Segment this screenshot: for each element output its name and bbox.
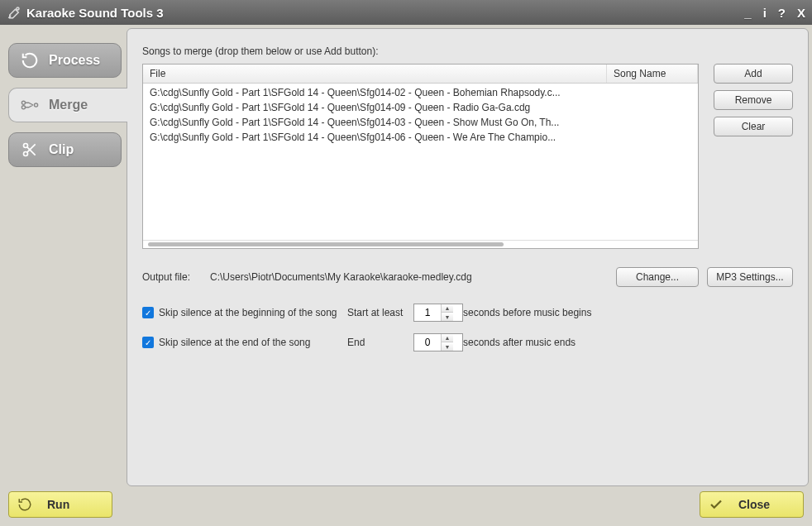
table-row[interactable]: G:\cdg\Sunfly Gold - Part 1\SFGold 14 - …	[143, 100, 698, 115]
table-row[interactable]: G:\cdg\Sunfly Gold - Part 1\SFGold 14 - …	[143, 130, 698, 145]
tab-clip[interactable]: Clip	[8, 132, 122, 167]
svg-point-3	[35, 103, 38, 107]
clear-button[interactable]: Clear	[714, 117, 793, 136]
skip-end-label: Skip silence at the end of the song	[159, 337, 310, 348]
tab-process[interactable]: Process	[8, 43, 122, 78]
titlebar: Karaoke Sound Tools 3 _ i ? X	[0, 0, 812, 25]
table-body[interactable]: G:\cdg\Sunfly Gold - Part 1\SFGold 14 - …	[143, 84, 698, 240]
scissors-icon	[21, 141, 39, 159]
run-button[interactable]: Run	[8, 491, 112, 518]
spinner-up-icon[interactable]: ▲	[442, 304, 453, 313]
check-icon	[709, 497, 724, 512]
skip-end-checkbox[interactable]: ✓	[142, 337, 154, 348]
panel-instruction: Songs to merge (drop them below or use A…	[142, 45, 793, 57]
start-at-least-label: Start at least	[347, 307, 413, 318]
app-title: Karaoke Sound Tools 3	[26, 6, 744, 20]
svg-point-5	[24, 152, 28, 156]
process-icon	[21, 51, 39, 69]
output-file-path: C:\Users\Piotr\Documents\My Karaoke\kara…	[210, 271, 608, 283]
col-file[interactable]: File	[143, 65, 607, 83]
col-song-name[interactable]: Song Name	[607, 65, 698, 83]
table-row[interactable]: G:\cdg\Sunfly Gold - Part 1\SFGold 14 - …	[143, 85, 698, 100]
app-logo-icon	[7, 5, 21, 20]
horizontal-scrollbar[interactable]	[143, 240, 698, 248]
svg-point-4	[24, 144, 28, 148]
tab-merge[interactable]: Merge	[8, 88, 127, 122]
table-row[interactable]: G:\cdg\Sunfly Gold - Part 1\SFGold 14 - …	[143, 115, 698, 130]
merge-icon	[21, 96, 39, 114]
start-seconds-input[interactable]	[414, 304, 441, 321]
output-file-label: Output file:	[142, 271, 202, 283]
skip-begin-label: Skip silence at the beginning of the son…	[159, 307, 337, 318]
tab-label: Clip	[49, 142, 74, 157]
merge-panel: Songs to merge (drop them below or use A…	[127, 28, 809, 486]
mp3-settings-button[interactable]: MP3 Settings...	[707, 267, 793, 287]
remove-button[interactable]: Remove	[714, 90, 793, 110]
spinner-down-icon[interactable]: ▼	[442, 342, 453, 351]
add-button[interactable]: Add	[714, 64, 793, 84]
svg-point-2	[21, 106, 25, 109]
start-suffix-label: seconds before music begins	[463, 307, 793, 318]
end-suffix-label: seconds after music ends	[463, 337, 793, 348]
songs-table[interactable]: File Song Name G:\cdg\Sunfly Gold - Part…	[142, 64, 699, 249]
svg-point-0	[17, 7, 19, 10]
change-button[interactable]: Change...	[616, 267, 699, 287]
tab-label: Merge	[49, 98, 88, 112]
minimize-button[interactable]: _	[744, 6, 751, 20]
end-seconds-spinner[interactable]: ▲▼	[413, 333, 463, 351]
table-header: File Song Name	[143, 65, 698, 84]
run-icon	[17, 497, 32, 512]
svg-point-1	[21, 101, 25, 104]
tab-label: Process	[49, 53, 100, 68]
spinner-up-icon[interactable]: ▲	[442, 334, 453, 342]
end-label: End	[347, 337, 413, 348]
start-seconds-spinner[interactable]: ▲▼	[413, 304, 463, 322]
footer: Run Close	[3, 486, 809, 523]
close-button[interactable]: Close	[700, 491, 804, 518]
help-button[interactable]: ?	[778, 6, 786, 20]
info-button[interactable]: i	[763, 6, 767, 20]
skip-begin-checkbox[interactable]: ✓	[142, 307, 154, 318]
window-controls: _ i ? X	[744, 6, 805, 20]
close-window-button[interactable]: X	[797, 6, 805, 20]
end-seconds-input[interactable]	[414, 334, 441, 351]
spinner-down-icon[interactable]: ▼	[442, 313, 453, 321]
sidebar: Process Merge Clip	[3, 28, 127, 486]
